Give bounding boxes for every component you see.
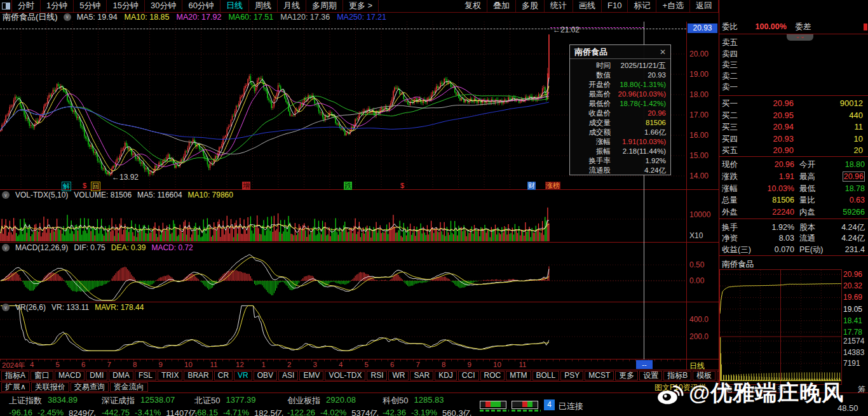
index-block[interactable]: 北证501377.39-68.15-4.71%182.5亿 — [194, 395, 283, 416]
event-marker[interactable]: $ — [82, 182, 87, 190]
crosshair-x-box: -- — [636, 360, 653, 369]
popup-row: 时间2025/11/21/五 — [570, 61, 670, 70]
window-icon[interactable] — [0, 0, 12, 12]
bid-row[interactable]: 买二20.95440 — [722, 110, 865, 121]
indicator-tab[interactable]: 更多 — [615, 371, 638, 380]
vol-header-segment: MA5: 116604 — [137, 191, 182, 199]
ask-row[interactable]: 卖三 — [722, 59, 865, 70]
chevron-down-icon[interactable]: ∨ — [64, 13, 71, 21]
close-icon[interactable]: ✕ — [660, 48, 666, 57]
bid-row[interactable]: 买五20.9020 — [722, 145, 865, 156]
chevron-down-icon[interactable]: ∨ — [2, 191, 10, 199]
event-marker[interactable]: 增 — [242, 182, 250, 190]
data-popup[interactable]: 南侨食品 ✕ 时间2025/11/21/五数值20.93开盘价18.80(-1.… — [569, 44, 671, 175]
extension-tab[interactable]: 扩展∧ — [1, 382, 30, 392]
indicator-tab[interactable]: BOLL — [532, 371, 560, 380]
period-tab[interactable]: 多周期 — [306, 0, 343, 12]
period-tab[interactable]: 30分钟 — [145, 0, 182, 12]
event-marker[interactable]: 涨榜 — [545, 182, 560, 190]
bid-row[interactable]: 买三20.9411 — [722, 121, 865, 133]
period-tab[interactable]: 1分钟 — [41, 0, 74, 12]
mini-axis-price: 20.32 — [843, 281, 862, 290]
indicator-tab[interactable]: OBV — [254, 371, 277, 380]
extension-tab[interactable]: 交易查询 — [71, 382, 109, 392]
chevron-down-icon[interactable]: ∨ — [2, 304, 10, 311]
indicator-tab[interactable]: MACD — [55, 371, 85, 380]
indicator-tab[interactable]: ROC — [480, 371, 505, 380]
period-tab[interactable]: 日线 — [220, 0, 249, 12]
toolbar-button[interactable]: 多股 — [516, 0, 545, 12]
indicator-tab[interactable]: DMA — [109, 371, 133, 380]
x-axis-month: 1 — [262, 361, 266, 368]
toolbar-button[interactable]: 复权 — [459, 0, 487, 12]
indicator-tab[interactable]: PSY — [560, 371, 583, 380]
event-marker[interactable]: 回 — [91, 182, 100, 191]
toolbar-button[interactable]: +自选 — [656, 0, 690, 12]
period-tab[interactable]: 分时 — [12, 0, 41, 12]
mini-axis-price: 20.96 — [843, 270, 862, 279]
extension-tab[interactable]: 关联报价 — [31, 382, 69, 392]
indicator-tab[interactable]: ASI — [278, 371, 298, 380]
indicator-tab[interactable]: CR — [214, 371, 233, 380]
indicator-tab[interactable]: RSI — [367, 371, 387, 380]
event-marker[interactable]: 解 — [62, 182, 71, 191]
indicator-tab[interactable]: VR — [234, 371, 252, 380]
x-axis-month: 8 — [133, 361, 137, 368]
popup-row: 流通股4.24亿 — [570, 166, 670, 175]
period-tab[interactable]: 更多 > — [343, 0, 379, 12]
index-block[interactable]: 创业板指2920.08-122.26-4.02%5374亿 — [287, 395, 378, 416]
index-amount: 8249亿 — [69, 408, 95, 416]
indicator-tab[interactable]: TRIX — [158, 371, 182, 380]
ask-row[interactable]: 卖四 — [722, 48, 865, 60]
chevron-down-icon[interactable]: ∨ — [2, 244, 10, 252]
ask-row[interactable]: 卖二 — [722, 70, 865, 82]
indicator-tab[interactable]: EMV — [299, 371, 323, 380]
popup-row-value: 4.24亿 — [611, 166, 670, 175]
indicator-tab[interactable]: KDJ — [435, 371, 457, 380]
toolbar-button[interactable]: 画线 — [573, 0, 602, 12]
stat2-row-value2: 231.4 — [845, 244, 865, 255]
popup-row-label: 最高价 — [570, 90, 611, 99]
indicator-tab[interactable]: DMI — [86, 371, 107, 380]
indicator-tab[interactable]: VOL-TDX — [325, 371, 365, 380]
event-marker[interactable]: 财 — [527, 182, 536, 190]
bid-row[interactable]: 买一20.9690012 — [722, 98, 865, 109]
extension-tab[interactable]: 资金流向 — [110, 382, 148, 392]
indicator-tab[interactable]: FSL — [135, 371, 156, 380]
vr-header-segment: VR(26,6) — [15, 303, 46, 312]
toolbar-button[interactable]: F10 — [602, 0, 628, 12]
stat-row-label2: 最高 — [799, 171, 815, 182]
index-block[interactable]: 上证指数3834.89-96.16-2.45%8249亿 — [9, 395, 95, 416]
indicator-tab[interactable]: 窗口 — [31, 371, 53, 380]
period-tab[interactable]: 周线 — [249, 0, 278, 12]
period-tab[interactable]: 60分钟 — [182, 0, 220, 12]
toolbar-button[interactable]: 叠加 — [487, 0, 516, 12]
indicator-tab[interactable]: MTM — [506, 371, 531, 380]
bid-row[interactable]: 买四20.9310 — [722, 133, 865, 145]
indicator-tab[interactable]: SAR — [410, 371, 433, 380]
period-tab[interactable]: 月线 — [278, 0, 306, 12]
event-marker[interactable]: 跌 — [344, 182, 352, 190]
index-block[interactable]: 深证成指12538.07-442.75-3.41%11407亿 — [102, 395, 196, 416]
event-marker[interactable]: $ — [400, 182, 405, 190]
indicator-tab[interactable]: CCI — [458, 371, 479, 380]
popup-row: 最高价20.96(10.03%) — [570, 90, 670, 99]
toolbar-button[interactable]: 返回 — [690, 0, 719, 12]
signal-cell — [496, 401, 501, 407]
indicator-tab[interactable]: WR — [388, 371, 409, 380]
stat2-row-label2: 流通 — [799, 232, 815, 244]
toolbar-button[interactable]: 统计 — [545, 0, 573, 12]
x-axis-month: 2 — [287, 361, 291, 368]
index-block[interactable]: 科创501285.83-42.36-3.19%560.3亿 — [383, 395, 471, 416]
expand-arrow-button[interactable]: ⌄⌄ — [787, 34, 813, 41]
intraday-mini-chart[interactable] — [720, 270, 841, 384]
bid-row-volume: 10 — [854, 133, 863, 145]
period-tab[interactable]: 5分钟 — [74, 0, 107, 12]
period-tab[interactable]: 15分钟 — [107, 0, 144, 12]
indicator-tab[interactable]: 指标A — [1, 371, 29, 380]
toolbar-button[interactable]: 标记 — [628, 0, 656, 12]
indicator-tab[interactable]: BRAR — [184, 371, 212, 380]
indicator-tab[interactable]: MCST — [585, 371, 614, 380]
connection-count-badge[interactable]: 4 — [544, 399, 555, 410]
ask-row[interactable]: 卖一 — [722, 81, 865, 93]
